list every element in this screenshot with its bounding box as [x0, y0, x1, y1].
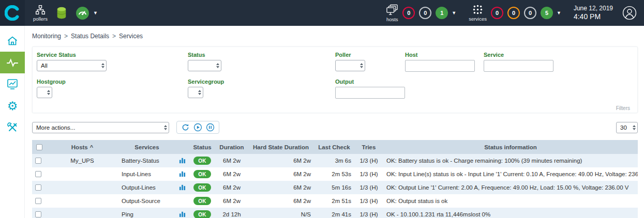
service-status-select[interactable]: All	[37, 60, 107, 71]
page-size-value: 30	[620, 124, 627, 131]
clock: June 12, 2019 4:40 PM	[574, 5, 613, 22]
status-badge: OK	[193, 170, 211, 178]
status-badge: OK	[193, 210, 211, 218]
row-checkbox[interactable]	[35, 198, 41, 204]
pollers-menu[interactable]: pollers	[33, 5, 48, 22]
service-label: Service	[484, 52, 631, 58]
output-input[interactable]	[335, 87, 405, 99]
hosts-menu[interactable]: hosts	[386, 4, 398, 22]
graph-icon[interactable]	[179, 170, 186, 177]
monitoring-pulse-icon	[6, 56, 19, 69]
row-checkbox[interactable]	[35, 211, 41, 217]
database-status[interactable]	[56, 6, 67, 20]
services-label: services	[469, 16, 487, 22]
services-unknown-counter[interactable]: 0	[524, 7, 536, 19]
service-input[interactable]	[484, 60, 553, 72]
servicegroup-select[interactable]	[188, 87, 203, 98]
header-hard-state-duration[interactable]: Hard State Duration	[248, 140, 314, 154]
select-all-checkbox[interactable]	[36, 144, 42, 150]
poller-status-icon	[76, 6, 89, 20]
services-critical-counter[interactable]: 0	[491, 7, 503, 19]
refresh-controls	[176, 121, 219, 134]
play-button[interactable]	[193, 123, 202, 132]
current-time: 4:40 PM	[574, 12, 613, 22]
services-menu[interactable]: services	[469, 4, 487, 22]
row-checkbox[interactable]	[35, 171, 41, 177]
header-status-information[interactable]: Status information	[383, 140, 638, 154]
graph-icon[interactable]	[179, 157, 186, 164]
hosts-unreachable-counter[interactable]: 0	[419, 7, 431, 19]
centreon-logo[interactable]	[0, 0, 25, 26]
chevron-down-icon[interactable]: ▼	[93, 10, 98, 15]
graph-icon[interactable]	[179, 211, 186, 217]
refresh-button[interactable]	[181, 123, 190, 132]
user-menu[interactable]	[622, 6, 637, 20]
host-input[interactable]	[405, 60, 475, 72]
pause-button[interactable]	[206, 123, 215, 132]
home-icon	[6, 35, 19, 47]
graph-icon[interactable]	[179, 184, 186, 191]
services-icon	[472, 4, 483, 15]
sidebar-item-administration[interactable]	[0, 117, 25, 138]
header-last-check[interactable]: Last Check	[314, 140, 354, 154]
status-select[interactable]	[188, 60, 221, 71]
hosts-up-counter[interactable]: 1	[436, 7, 448, 19]
hosts-down-counter[interactable]: 0	[402, 7, 415, 19]
page-size-select[interactable]: 30	[616, 122, 638, 133]
poller-status[interactable]	[76, 6, 89, 20]
main-content: Monitoring > Status Details > Services S…	[25, 26, 644, 218]
duration-cell: 6M 2w	[216, 181, 248, 194]
centreon-logo-icon	[5, 5, 20, 21]
services-warning-counter[interactable]: 0	[507, 7, 520, 19]
header-services[interactable]: Services	[118, 140, 175, 154]
services-table: Hosts^ Services Status Duration Hard Sta…	[32, 140, 638, 218]
service-status-value: All	[41, 63, 48, 69]
sidebar-item-configuration[interactable]: ⚙	[0, 95, 25, 117]
chevron-down-icon[interactable]: ▼	[557, 10, 561, 15]
services-ok-counter[interactable]: 5	[541, 7, 553, 19]
status-information-cell: OK: Output Line '1' Current: 2.00 A, Fre…	[383, 181, 638, 194]
service-status-label: Service Status	[37, 52, 188, 58]
breadcrumb-status-details[interactable]: Status Details	[71, 33, 109, 40]
sort-asc-icon: ^	[90, 144, 93, 150]
table-row: My_UPS Battery-Status OK 6M 2w 6M 2w 3m …	[32, 154, 638, 167]
play-icon	[193, 123, 202, 132]
header-status[interactable]: Status	[189, 140, 216, 154]
header-hosts[interactable]: Hosts^	[46, 140, 118, 154]
breadcrumb-services[interactable]: Services	[119, 33, 143, 40]
service-link[interactable]: Output-Lines	[122, 184, 156, 191]
more-actions-select[interactable]: More actions...	[32, 122, 169, 133]
row-checkbox[interactable]	[35, 158, 41, 164]
status-badge: OK	[193, 197, 211, 205]
chevron-down-icon[interactable]: ▼	[452, 10, 456, 15]
breadcrumb-separator: >	[112, 33, 116, 40]
status-badge: OK	[193, 183, 211, 192]
breadcrumb-monitoring[interactable]: Monitoring	[32, 33, 61, 40]
duration-cell: 6M 2w	[216, 167, 248, 181]
service-link[interactable]: Ping	[122, 211, 133, 217]
service-link[interactable]: Input-Lines	[122, 171, 151, 177]
header-duration[interactable]: Duration	[216, 140, 248, 154]
last-check-cell: 2m 51s	[314, 194, 354, 208]
user-icon	[622, 6, 637, 20]
hard-state-duration-cell: 6M 2w	[248, 167, 314, 181]
row-checkbox[interactable]	[35, 184, 41, 191]
status-information-cell: OK: Input Line(s) status is ok - Input L…	[383, 167, 638, 181]
hard-state-duration-cell: N/S	[248, 208, 314, 218]
hard-state-duration-cell: 6M 2w	[248, 181, 314, 194]
sidebar-item-monitoring[interactable]	[0, 52, 25, 73]
poller-select[interactable]	[335, 60, 365, 71]
sidebar: ⚙	[0, 26, 25, 218]
hard-state-duration-cell: 6M 2w	[248, 154, 314, 167]
host-link[interactable]: My_UPS	[70, 158, 94, 164]
tries-cell: 1/3 (H)	[354, 194, 383, 208]
service-link[interactable]: Output-Source	[122, 198, 160, 204]
more-actions-value: More actions...	[36, 124, 75, 131]
header-tries[interactable]: Tries	[354, 140, 383, 154]
hostgroup-select[interactable]	[37, 87, 52, 98]
service-link[interactable]: Battery-Status	[122, 158, 159, 164]
status-information-cell: OK - 10.100.1.231 rta 11,446mslost 0%	[383, 208, 638, 218]
sidebar-item-home[interactable]	[0, 30, 25, 52]
sidebar-item-reporting[interactable]	[0, 73, 25, 95]
filters-caption: Filters	[37, 105, 631, 111]
